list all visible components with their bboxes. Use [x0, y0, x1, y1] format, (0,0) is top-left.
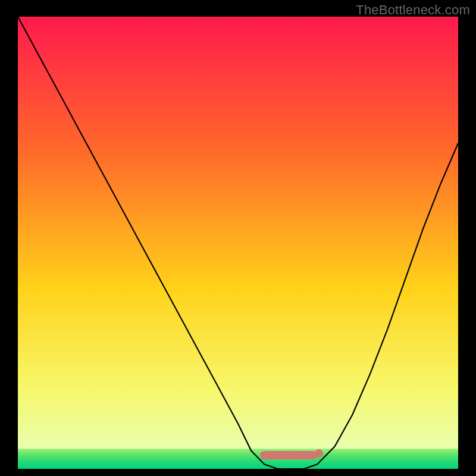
- watermark-text: TheBottleneck.com: [356, 2, 470, 18]
- optimal-range-marker: [260, 451, 317, 459]
- bottleneck-curve: [18, 17, 458, 469]
- plot-area: [18, 17, 458, 469]
- chart-frame: TheBottleneck.com: [0, 0, 476, 476]
